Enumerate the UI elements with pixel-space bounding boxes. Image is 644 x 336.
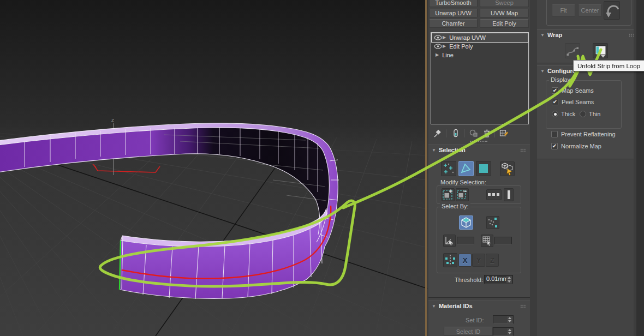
rollout-grip-dots-icon [520,148,526,152]
viewport-3d[interactable]: Z [0,0,427,336]
tooltip: Unfold Strip from Loop [573,60,644,71]
center-button[interactable]: Center [578,4,602,16]
polygon-mode-button[interactable] [476,161,491,176]
expand-arrow-icon[interactable]: ▶ [436,53,439,57]
configure-rollout-title: Configure [547,68,576,74]
unfold-strip-button[interactable] [565,43,580,58]
threshold-value: 0.01mm [486,275,508,282]
align-group: Fit Center [546,0,631,26]
check-icon: ✔ [553,99,557,105]
modify-panel-column-1: TurboSmooth Sweep Unwrap UVW UVW Map Cha… [428,0,530,336]
prevent-reflattening-label: Prevent Reflattening [561,131,616,137]
wrap-rollout-title: Wrap [547,32,562,38]
expand-arrow-icon[interactable]: ▶ [443,35,446,40]
wrap-rollout: ▼ Wrap [537,29,639,63]
show-end-result-icon[interactable] [451,129,460,138]
material-ids-rollout: ▼ Material IDs Set ID: Select ID [428,301,530,336]
set-id-label: Set ID: [466,317,484,323]
threshold-label: Threshold: [455,277,483,283]
normalize-map-label: Normalize Map [561,143,601,149]
pin-stack-icon[interactable] [433,129,442,138]
collapse-triangle-icon: ▼ [432,304,436,309]
sweep-button[interactable]: Sweep [480,0,529,7]
select-by-element-toggle[interactable] [459,215,473,230]
modify-panel-column-2: Fit Center ▼ Wrap [537,0,634,336]
viewport-active-border [425,0,427,336]
map-seams-checkbox[interactable]: ✔ [552,87,558,94]
selection-rollout-title: Selection [439,147,466,153]
thin-radio[interactable] [580,111,586,117]
edge-ring-button[interactable] [504,188,514,201]
stack-row-edit-poly[interactable]: ▶ Edit Poly [432,42,528,51]
select-id-button[interactable]: Select ID [444,327,493,336]
modifier-stack: ▶ Unwrap UVW ▶ Edit Poly ▶ Line [431,32,529,124]
expand-arrow-icon[interactable]: ▶ [443,44,446,49]
grow-selection-button[interactable] [442,188,455,201]
z-axis-label: Z [111,118,114,123]
select-by-angle-button[interactable] [443,235,456,247]
peel-seams-label: Peel Seams [562,99,594,105]
peel-seams-checkbox[interactable]: ✔ [552,99,558,105]
select-by-group: Select By: [437,207,521,273]
wrap-rollout-header[interactable]: ▼ Wrap [537,30,639,40]
select-by-smoothing-button[interactable] [481,235,493,247]
normalize-map-checkbox[interactable]: ✔ [551,143,558,149]
turbosmooth-button[interactable]: TurboSmooth [429,0,478,7]
smoothing-threshold-field[interactable] [494,237,512,244]
unwrap-uvw-button[interactable]: Unwrap UVW [429,9,478,17]
rollout-grip-dots-icon [520,304,526,308]
display-label: Display: [549,76,574,83]
symmetry-x-button[interactable]: X [458,254,472,267]
edit-poly-button[interactable]: Edit Poly [480,19,529,28]
map-seams-label: Map Seams [562,87,594,94]
edge-loop-button[interactable] [486,189,502,200]
selection-rollout-header[interactable]: ▼ Selection [428,145,530,155]
uvw-map-button[interactable]: UVW Map [480,9,529,17]
fit-button[interactable]: Fit [552,4,575,16]
prevent-reflattening-checkbox[interactable] [551,131,558,137]
command-panel: TurboSmooth Sweep Unwrap UVW UVW Map Cha… [427,0,644,336]
check-icon: ✔ [552,143,557,149]
threshold-field[interactable]: 0.01mm [484,275,513,284]
angle-threshold-field[interactable] [457,237,474,244]
thick-radio[interactable] [552,111,558,117]
unfold-strip-from-loop-button[interactable] [593,43,608,58]
select-element-button[interactable] [500,161,515,176]
stack-row-line[interactable]: ▶ Line [432,51,528,59]
select-id-spinner[interactable] [507,328,512,335]
shrink-selection-button[interactable] [456,188,469,201]
material-ids-rollout-title: Material IDs [439,303,473,309]
visibility-eye-icon[interactable] [434,44,443,49]
select-by-label: Select By: [440,203,470,209]
select-symmetry-button[interactable] [443,253,457,267]
thick-label: Thick [561,111,575,117]
remove-modifier-trash-icon[interactable] [482,129,491,138]
point-to-point-selection-button[interactable] [486,216,499,229]
display-group: Display: ✔ Map Seams ✔ Peel Seams Thick … [546,80,622,129]
panel-grip-handle[interactable] [470,141,487,142]
stack-row-label: Edit Poly [449,43,473,50]
threshold-spinner[interactable] [506,276,512,283]
panel-right-edge [636,0,644,336]
modify-selection-group [437,185,521,204]
stack-row-unwrap-uvw[interactable]: ▶ Unwrap UVW [432,33,528,42]
check-icon: ✔ [553,87,557,93]
configure-modifier-sets-icon[interactable] [499,129,509,138]
stack-row-label: Unwrap UVW [449,34,486,41]
make-unique-icon[interactable] [469,129,479,138]
vertex-mode-button[interactable] [441,161,456,176]
select-id-field[interactable] [493,327,514,336]
material-ids-rollout-header[interactable]: ▼ Material IDs [428,301,530,311]
visibility-eye-icon[interactable] [434,35,443,40]
stack-row-label: Line [442,52,454,58]
chamfer-button[interactable]: Chamfer [429,19,478,28]
set-id-field[interactable] [493,315,514,324]
configure-rollout: ▼ Configure Display: ✔ Map Seams ✔ Peel … [537,65,639,159]
collapse-triangle-icon: ▼ [540,33,545,38]
edge-mode-button[interactable] [458,161,474,176]
reset-peel-button[interactable] [604,1,620,20]
set-id-spinner[interactable] [507,316,512,323]
collapse-triangle-icon: ▼ [540,69,545,74]
symmetry-z-button[interactable]: Z [486,254,499,267]
symmetry-y-button[interactable]: Y [472,254,485,267]
